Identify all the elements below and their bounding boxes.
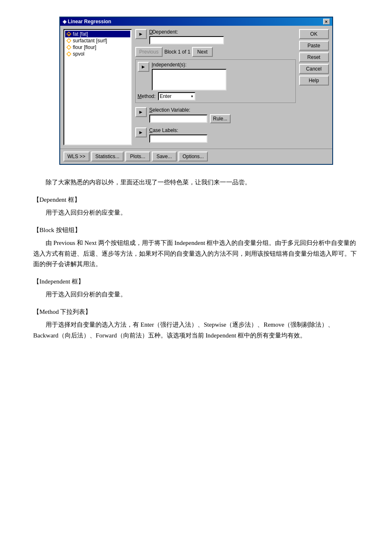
block-label: Block 1 of 1	[164, 49, 190, 55]
independents-row: ► Independent(s):	[138, 62, 293, 90]
case-labels-arrow-button[interactable]: ►	[135, 127, 147, 137]
dependent-input[interactable]	[149, 36, 224, 44]
var-icon-flour	[66, 44, 72, 50]
method-row: Method: Enter ▼	[138, 92, 293, 100]
case-labels-field-group: Case Labels:	[149, 127, 207, 143]
dialog-titlebar: ◈ Linear Regression ×	[60, 17, 332, 26]
var-label-flour: flour [flour]	[73, 44, 97, 50]
cancel-button[interactable]: Cancel	[299, 64, 329, 74]
ok-button[interactable]: OK	[299, 29, 329, 39]
page-wrapper: ◈ Linear Regression × ◈ fat [fat]	[0, 0, 392, 555]
options-button[interactable]: Options...	[178, 152, 208, 161]
dependent-field-group: DDependent:	[149, 29, 224, 44]
independents-arrow-button[interactable]: ►	[138, 62, 149, 72]
selection-var-label: Selection Variable:	[149, 107, 296, 113]
selection-var-field-group: Selection Variable: Rule...	[149, 107, 296, 123]
dialog-body: ◈ fat [fat] surfactant [surf] flour [flo…	[60, 26, 332, 149]
independents-input[interactable]	[152, 69, 226, 90]
dialog-close-button[interactable]: ×	[323, 19, 330, 24]
article-intro: 除了大家熟悉的内容以外，里面还出现了一些特色菜，让我们来一一品尝。	[33, 177, 359, 188]
linear-regression-dialog: ◈ Linear Regression × ◈ fat [fat]	[59, 17, 333, 165]
case-labels-input[interactable]	[149, 134, 207, 143]
independents-section: ► Independent(s): Method: Enter ▼	[135, 59, 296, 103]
var-icon-fat: ◈	[66, 31, 72, 37]
var-item-spvol[interactable]: spvol	[65, 51, 130, 57]
center-area: ► DDependent: Previous Block 1 of 1 Next…	[135, 29, 296, 145]
dropdown-arrow-icon: ▼	[190, 95, 194, 98]
svg-marker-3	[67, 45, 71, 49]
svg-marker-2	[67, 39, 71, 43]
plots-button[interactable]: Plots...	[125, 152, 150, 161]
method-dropdown[interactable]: Enter ▼	[158, 92, 195, 100]
var-icon-spvol	[66, 51, 72, 57]
article-body: 除了大家熟悉的内容以外，里面还出现了一些特色菜，让我们来一一品尝。 【Depen…	[25, 177, 367, 341]
bottom-buttons-row: WLS >> Statistics... Plots... Save... Op…	[60, 149, 332, 164]
wls-button[interactable]: WLS >>	[63, 152, 90, 161]
help-button[interactable]: Help	[299, 76, 329, 86]
dialog-title: Linear Regression	[68, 19, 112, 24]
selection-var-input[interactable]	[149, 115, 207, 123]
section3-text: 用于选入回归分析的自变量。	[33, 289, 359, 300]
section2-text: 由 Previous 和 Next 两个按钮组成，用于将下面 Independe…	[33, 238, 359, 270]
var-label-spvol: spvol	[73, 51, 85, 57]
selection-var-input-row: Rule...	[149, 114, 296, 123]
next-button[interactable]: Next	[192, 47, 213, 57]
section4-text: 用于选择对自变量的选入方法，有 Enter（强行进入法）、Stepwise（逐步…	[33, 320, 359, 341]
dependent-arrow-button[interactable]: ►	[135, 29, 147, 39]
title-icon: ◈	[63, 19, 66, 24]
var-item-flour[interactable]: flour [flour]	[65, 44, 130, 51]
svg-marker-4	[67, 52, 71, 56]
save-button[interactable]: Save...	[152, 152, 177, 161]
variable-list-panel: ◈ fat [fat] surfactant [surf] flour [flo…	[63, 29, 132, 145]
section1-title: 【Dependent 框】	[33, 195, 359, 205]
independents-label: Independent(s):	[152, 62, 226, 68]
selection-var-arrow-button[interactable]: ►	[135, 107, 147, 117]
rule-button[interactable]: Rule...	[210, 114, 231, 123]
previous-button[interactable]: Previous	[135, 47, 163, 57]
method-label: Method:	[138, 93, 156, 99]
svg-text:◈: ◈	[68, 33, 70, 36]
independents-field-group: Independent(s):	[152, 62, 226, 90]
section2-title: 【Block 按钮组】	[33, 225, 359, 236]
method-value: Enter	[160, 93, 172, 99]
reset-button[interactable]: Reset	[299, 52, 329, 62]
paste-button[interactable]: Paste	[299, 41, 329, 51]
var-item-fat[interactable]: ◈ fat [fat]	[65, 31, 130, 37]
statistics-button[interactable]: Statistics...	[91, 152, 124, 161]
var-label-surfactant: surfactant [surf]	[73, 38, 107, 44]
right-buttons: OK Paste Reset Cancel Help	[299, 29, 329, 145]
var-item-surfactant[interactable]: surfactant [surf]	[65, 37, 130, 44]
section4-title: 【Method 下拉列表】	[33, 307, 359, 318]
selection-var-section: ► Selection Variable: Rule...	[135, 107, 296, 123]
case-labels-label: Case Labels:	[149, 127, 207, 133]
dependent-label: DDependent:	[149, 29, 224, 35]
section3-title: 【Independent 框】	[33, 276, 359, 287]
titlebar-left: ◈ Linear Regression	[63, 19, 112, 24]
case-labels-section: ► Case Labels:	[135, 127, 296, 143]
var-label-fat: fat [fat]	[73, 31, 88, 37]
section1-text: 用于选入回归分析的应变量。	[33, 208, 359, 218]
block-row: Previous Block 1 of 1 Next	[135, 47, 296, 57]
dependent-section: ► DDependent:	[135, 29, 296, 44]
var-icon-surfactant	[66, 38, 72, 44]
